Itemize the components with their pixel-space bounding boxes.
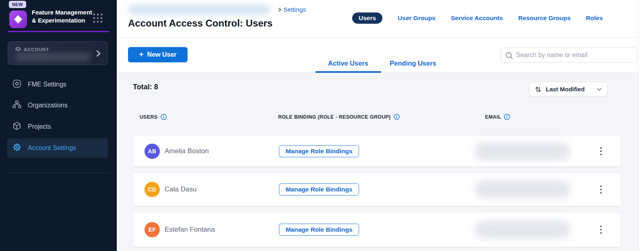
search-icon <box>505 51 513 61</box>
sort-arrows-icon <box>534 85 542 93</box>
gear-icon <box>12 142 22 154</box>
tab-service-accounts[interactable]: Service Accounts <box>451 14 503 22</box>
table-row: EF Estefan Fontana Manage Role Bindings <box>133 212 621 247</box>
active-tab-underline <box>315 71 381 73</box>
avatar: AB <box>144 144 160 159</box>
chevron-down-icon <box>596 86 603 93</box>
info-icon[interactable] <box>160 113 167 120</box>
manage-role-bindings-button[interactable]: Manage Role Bindings <box>279 183 359 195</box>
row-menu-kebab-icon[interactable] <box>596 183 606 196</box>
chevron-right-icon <box>94 49 102 60</box>
tab-pending-users[interactable]: Pending Users <box>387 60 439 67</box>
account-label: ACCOUNT <box>24 47 49 52</box>
tab-active-users[interactable]: Active Users <box>315 60 381 67</box>
email-redacted <box>475 221 570 239</box>
column-label: ROLE BINDING (ROLE - RESOURCE GROUP) <box>278 114 391 120</box>
account-selector[interactable]: ACCOUNT <box>8 41 107 65</box>
sidebar-item-organizations[interactable]: Organizations <box>7 96 108 115</box>
fme-logo-icon <box>12 79 22 90</box>
sidebar-item-label: Projects <box>28 123 51 130</box>
new-badge: NEW <box>9 1 26 8</box>
page-title: Account Access Control: Users <box>128 18 272 29</box>
manage-role-bindings-button[interactable]: Manage Role Bindings <box>279 224 359 236</box>
account-name-redacted <box>15 53 91 61</box>
row-menu-kebab-icon[interactable] <box>596 144 606 158</box>
plus-icon: + <box>139 50 143 59</box>
org-chart-icon <box>12 100 22 111</box>
sidebar-item-fme-settings[interactable]: FME Settings <box>7 75 108 94</box>
split-logo-mark <box>12 13 24 25</box>
search-container <box>500 47 637 63</box>
sort-label: Last Modified <box>546 86 592 93</box>
sidebar-item-label: Account Settings <box>28 144 76 152</box>
column-label: USERS <box>140 114 158 120</box>
sort-dropdown[interactable]: Last Modified <box>529 82 608 97</box>
sidebar-item-label: Organizations <box>28 102 68 109</box>
new-user-button[interactable]: + New User <box>128 47 188 62</box>
info-icon[interactable] <box>393 113 400 120</box>
info-icon[interactable] <box>504 113 510 120</box>
total-label: Total: <box>133 83 152 91</box>
main-area: Settings Account Access Control: Users U… <box>118 0 644 251</box>
avatar: CD <box>144 182 160 197</box>
tab-users[interactable]: Users <box>352 12 382 24</box>
cube-icon <box>12 121 22 132</box>
right-gutter <box>639 0 644 251</box>
user-name: Amelia Boston <box>165 147 209 155</box>
sidebar-item-projects[interactable]: Projects <box>7 117 108 136</box>
breadcrumb-settings-link[interactable]: Settings <box>283 6 306 13</box>
tab-user-groups[interactable]: User Groups <box>398 14 436 22</box>
column-header-email: EMAIL <box>485 113 510 120</box>
manage-role-bindings-button[interactable]: Manage Role Bindings <box>279 145 359 157</box>
row-menu-kebab-icon[interactable] <box>596 223 606 237</box>
column-label: EMAIL <box>485 114 501 120</box>
breadcrumb-redacted <box>128 4 270 15</box>
sidebar-item-label: FME Settings <box>28 81 66 88</box>
table-row: AB Amelia Boston Manage Role Bindings <box>133 136 621 167</box>
avatar: EF <box>144 222 160 237</box>
split-logo <box>9 10 27 28</box>
column-header-role-binding: ROLE BINDING (ROLE - RESOURCE GROUP) <box>278 113 400 120</box>
email-redacted <box>475 142 570 160</box>
user-name: Cala Dasu <box>165 185 196 193</box>
total-value: 8 <box>154 83 158 91</box>
sidebar-item-account-settings[interactable]: Account Settings <box>7 138 108 158</box>
product-name: Feature Management & Experimentation <box>32 8 97 24</box>
new-user-label: New User <box>147 51 177 58</box>
user-name: Estefan Fontana <box>165 226 215 234</box>
brand-divider <box>8 31 109 32</box>
total-count: Total: 8 <box>133 83 158 91</box>
email-redacted <box>475 181 570 198</box>
tab-roles[interactable]: Roles <box>586 14 603 22</box>
search-input[interactable] <box>516 48 635 62</box>
sidebar-divider <box>7 173 109 173</box>
breadcrumb-chevron-icon <box>277 7 283 14</box>
sidebar: NEW Feature Management & Experimentation <box>0 0 117 251</box>
column-header-users: USERS <box>140 113 167 120</box>
app-switcher-icon[interactable] <box>93 13 103 25</box>
access-control-tabs: Users User Groups Service Accounts Resou… <box>352 12 603 24</box>
table-row: CD Cala Dasu Manage Role Bindings <box>133 173 621 206</box>
tab-resource-groups[interactable]: Resource Groups <box>518 14 571 22</box>
app-window: NEW Feature Management & Experimentation <box>0 0 644 251</box>
